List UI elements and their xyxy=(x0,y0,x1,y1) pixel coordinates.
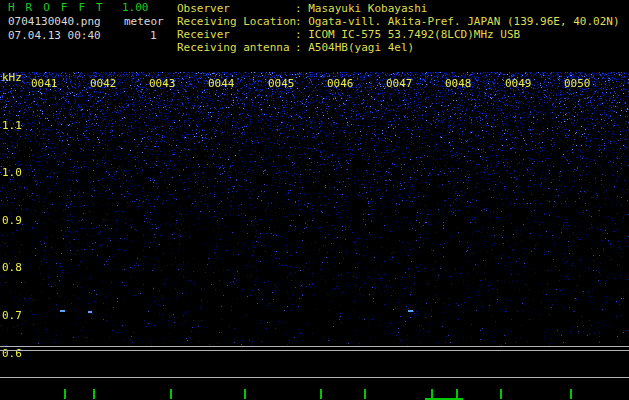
info-label-location: Receiving Location xyxy=(177,16,296,28)
time-axis-label: 0046 xyxy=(327,78,354,90)
freq-axis-label: 0.7 xyxy=(2,310,22,322)
info-value-location: : Ogata-vill. Akita-Pref. JAPAN (139.96E… xyxy=(295,16,620,28)
bottom-tick xyxy=(500,389,502,399)
info-label-observer: Observer xyxy=(177,3,230,15)
bottom-tick xyxy=(64,389,66,399)
info-value-receiver: : ICOM IC-575 53.7492(8LCD)MHz USB xyxy=(295,29,520,41)
time-axis-label: 0045 xyxy=(268,78,295,90)
time-axis-label: 0044 xyxy=(208,78,235,90)
freq-axis-label: 1.0 xyxy=(2,167,22,179)
info-value-antenna: : A504HB(yagi 4el) xyxy=(295,42,414,54)
bottom-tick xyxy=(570,389,572,399)
time-axis-label: 0043 xyxy=(149,78,176,90)
time-axis-label: 0049 xyxy=(505,78,532,90)
strip-line xyxy=(0,346,629,347)
bottom-tick xyxy=(93,389,95,399)
time-axis-label: 0041 xyxy=(31,78,58,90)
filename-text: 0704130040.png xyxy=(8,16,101,28)
freq-axis-label: 0.9 xyxy=(2,215,22,227)
freq-axis-label: 1.1 xyxy=(2,120,22,132)
bottom-tick xyxy=(244,389,246,399)
meteor-counter-label: meteor xyxy=(124,16,164,28)
app-version: 1.00 xyxy=(122,2,149,14)
bottom-tick xyxy=(364,389,366,399)
strip-line xyxy=(0,350,629,351)
info-label-antenna: Receiving antenna xyxy=(177,42,290,54)
info-value-observer: : Masayuki Kobayashi xyxy=(295,3,427,15)
bottom-tick xyxy=(170,389,172,399)
datetime-text: 07.04.13 00:40 xyxy=(8,30,101,42)
strip-line xyxy=(0,377,629,378)
app-logo: HROFFT xyxy=(8,2,114,14)
bottom-tick xyxy=(320,389,322,399)
spectrogram-canvas xyxy=(0,72,629,346)
time-axis-label: 0042 xyxy=(90,78,117,90)
time-axis-label: 0048 xyxy=(445,78,472,90)
freq-unit-label: kHz xyxy=(2,72,22,84)
hrofft-output-image: HROFFT 1.00 0704130040.png meteor 07.04.… xyxy=(0,0,629,400)
meteor-counter-value: 1 xyxy=(150,30,157,42)
time-axis-label: 0050 xyxy=(564,78,591,90)
info-label-receiver: Receiver xyxy=(177,29,230,41)
time-axis-label: 0047 xyxy=(386,78,413,90)
freq-axis-label: 0.8 xyxy=(2,262,22,274)
